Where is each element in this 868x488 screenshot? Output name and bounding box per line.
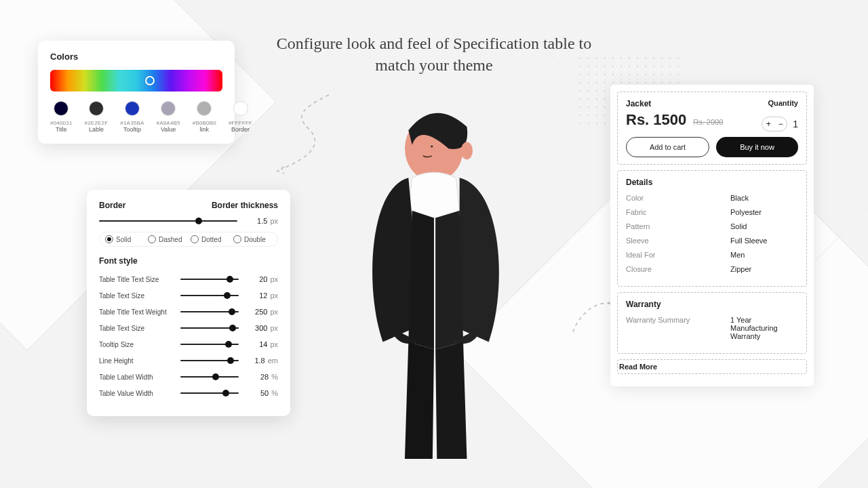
spec-row: ColorBlack: [626, 194, 798, 202]
spec-value: Men: [730, 251, 798, 259]
swatch-dot[interactable]: [89, 101, 104, 116]
font-value: 28%: [247, 373, 278, 381]
arrow-to-colors: [275, 88, 342, 176]
add-to-cart-button[interactable]: Add to cart: [626, 137, 709, 157]
product-name: Jacket: [626, 99, 651, 108]
font-slider[interactable]: [180, 311, 239, 312]
swatch-hex: #1A35BA: [120, 120, 144, 126]
font-label: Line Height: [99, 357, 172, 365]
font-value: 250px: [247, 308, 278, 316]
details-title: Details: [626, 178, 798, 187]
font-row: Table Title Text Weight 250px: [99, 308, 278, 316]
swatch-hex: #A8A4B5: [157, 120, 180, 126]
quantity-value: 1: [793, 119, 798, 129]
thickness-value: 1.5 px: [247, 217, 278, 225]
font-slider[interactable]: [180, 327, 239, 329]
font-row: Table Text Size 300px: [99, 324, 278, 332]
spec-key: Color: [626, 194, 644, 202]
font-slider[interactable]: [180, 360, 239, 361]
spec-key: Pattern: [626, 222, 650, 230]
swatch-dot[interactable]: [54, 101, 68, 116]
font-style-title: Font style: [99, 256, 278, 266]
font-slider[interactable]: [180, 392, 239, 394]
swatch-name: Value: [157, 126, 180, 133]
slider-knob[interactable]: [229, 325, 236, 331]
border-style-solid[interactable]: Solid: [105, 235, 144, 243]
color-swatch-link[interactable]: #B0B0B0 link: [193, 101, 216, 133]
buy-now-button[interactable]: Buy it now: [716, 137, 798, 157]
font-label: Table Text Size: [99, 325, 172, 332]
swatch-name: Tooltip: [120, 126, 144, 133]
font-value: 300px: [247, 324, 278, 332]
purchase-box: Jacket Quantity Rs. 1500 Rs. 2000 + − 1 …: [617, 92, 807, 165]
font-label: Table Label Width: [99, 373, 172, 381]
border-style-double[interactable]: Double: [233, 235, 272, 243]
radio-icon: [148, 235, 156, 243]
border-style-dashed[interactable]: Dashed: [148, 235, 186, 243]
font-value: 50%: [247, 389, 278, 397]
spec-value: Solid: [730, 222, 798, 230]
font-slider[interactable]: [180, 295, 239, 296]
old-price: Rs. 2000: [693, 118, 723, 126]
spec-key: Ideal For: [626, 251, 655, 259]
font-value: 14px: [247, 340, 278, 348]
border-style-radios: SolidDashedDottedDouble: [99, 232, 278, 247]
spec-key: Sleeve: [626, 237, 649, 245]
swatch-dot[interactable]: [161, 101, 176, 116]
slider-knob[interactable]: [226, 276, 233, 283]
swatch-dot[interactable]: [125, 101, 140, 116]
font-slider[interactable]: [180, 279, 239, 280]
color-swatch-value[interactable]: #A8A4B5 Value: [157, 101, 180, 133]
swatch-name: Lable: [85, 126, 108, 133]
swatch-dot[interactable]: [197, 101, 212, 116]
swatch-dot[interactable]: [233, 101, 248, 116]
swatch-name: Border: [229, 126, 252, 133]
radio-icon: [233, 235, 241, 243]
swatch-hex: #FFFFFF: [229, 120, 252, 126]
font-row: Table Label Width 28%: [99, 373, 278, 381]
swatch-name: Title: [50, 126, 73, 133]
slider-knob[interactable]: [227, 357, 234, 364]
border-panel: Border Border thickness 1.5 px SolidDash…: [87, 190, 290, 416]
font-label: Table Value Width: [99, 390, 172, 397]
spec-row: Ideal ForMen: [626, 251, 798, 259]
color-swatch-tooltip[interactable]: #1A35BA Tooltip: [120, 101, 144, 133]
svg-point-1: [461, 142, 473, 160]
quantity-stepper[interactable]: + −: [762, 117, 787, 131]
color-swatch-title[interactable]: #040031 Title: [50, 101, 73, 133]
warranty-row: Warranty Summary1 Year Manufacturing War…: [626, 316, 798, 340]
spec-row: FabricPolyester: [626, 208, 798, 216]
slider-knob[interactable]: [225, 341, 232, 348]
color-swatch-lable[interactable]: #2E2E2F Lable: [85, 101, 108, 133]
man-illustration: [339, 108, 529, 459]
font-value: 1.8em: [247, 357, 278, 365]
thickness-knob[interactable]: [195, 218, 202, 224]
slider-knob[interactable]: [224, 292, 231, 299]
thickness-slider[interactable]: [99, 220, 237, 222]
color-spectrum[interactable]: [50, 70, 222, 92]
slider-knob[interactable]: [229, 308, 235, 315]
color-swatch-border[interactable]: #FFFFFF Border: [229, 101, 252, 133]
spectrum-knob[interactable]: [145, 76, 155, 85]
slider-knob[interactable]: [212, 373, 219, 380]
font-slider[interactable]: [180, 344, 239, 345]
radio-icon: [191, 235, 199, 243]
qty-plus[interactable]: +: [762, 117, 774, 131]
border-style-dotted[interactable]: Dotted: [191, 235, 229, 243]
font-value: 20px: [247, 275, 278, 283]
page-headline: Configure look and feel of Specification…: [258, 33, 610, 77]
spec-value: Full Sleeve: [730, 237, 798, 245]
qty-minus[interactable]: −: [774, 117, 787, 131]
font-row: Table Text Size 12px: [99, 291, 278, 300]
quantity-label: Quantity: [768, 99, 798, 107]
spec-value: Zipper: [730, 265, 798, 273]
font-row: Table Title Text Size 20px: [99, 275, 278, 283]
slider-knob[interactable]: [222, 390, 229, 396]
swatch-hex: #2E2E2F: [85, 120, 108, 126]
swatch-hex: #040031: [50, 120, 73, 126]
read-more-button[interactable]: Read More: [617, 359, 807, 374]
font-value: 12px: [247, 291, 278, 300]
thickness-label: Border thickness: [212, 201, 278, 210]
warranty-title: Warranty: [626, 300, 798, 309]
font-slider[interactable]: [180, 376, 239, 378]
